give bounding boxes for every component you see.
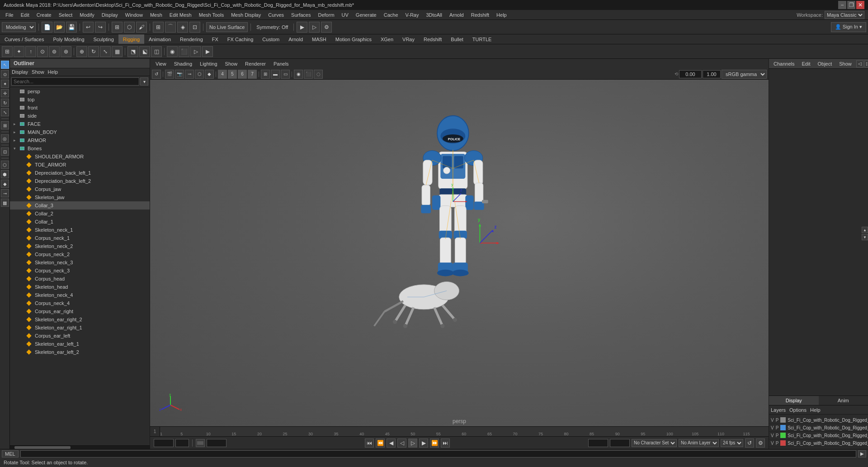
outliner-item-skeleton-ear-right-1[interactable]: Skeleton_ear_right_1 [10,324,150,332]
vp-gamma-select[interactable]: sRGB gamma [722,70,767,79]
channels-tab-object[interactable]: Object [816,61,833,67]
outliner-item-collar-3[interactable]: Collar_3 [10,201,150,210]
outliner-menu-show[interactable]: Show [32,69,44,75]
vp-filmcam-btn[interactable]: 🎬 [165,70,174,79]
snap-curve-btn[interactable]: ⌒ [165,22,176,33]
vp-tex6-btn[interactable]: 6 [238,70,247,79]
menu-item-deform[interactable]: Deform [314,11,338,19]
quick-rig-btn[interactable]: ⬢ [1,170,9,178]
anim-tab[interactable]: Anim [819,396,868,405]
mode-tab-redshift[interactable]: Redshift [419,34,446,44]
outliner-item-shoulder-armor[interactable]: SHOULDER_ARMOR [10,152,150,161]
select-tool-btn[interactable]: ↖ [1,61,9,69]
outliner-item-corpus-head[interactable]: Corpus_head [10,275,150,283]
mode-tab-rigging[interactable]: Rigging [118,34,144,44]
tb2-move-btn[interactable]: ⊕ [76,46,87,57]
vp-menu-panels[interactable]: Panels [270,61,292,67]
mel-label-btn[interactable]: MEL [2,450,19,457]
menu-item-3dtoall[interactable]: 3DtoAll [422,11,445,19]
step-fwd-btn[interactable]: ▶ [419,438,428,448]
outliner-item-skeleton-neck-4[interactable]: Skeleton_neck_4 [10,291,150,299]
mode-dropdown[interactable]: Modeling [2,22,36,32]
mode-tab-sculpting[interactable]: Sculpting [89,34,118,44]
channels-tab-channels[interactable]: Channels [773,61,795,67]
menu-item-mesh-tools[interactable]: Mesh Tools [195,11,227,19]
outliner-item-front[interactable]: front [10,104,150,112]
mode-tab-motion-graphics[interactable]: Motion Graphics [331,34,376,44]
ipr-btn[interactable]: ▷ [309,22,320,33]
mode-tab-poly-modeling[interactable]: Poly Modeling [48,34,89,44]
frame-display[interactable]: 1 [175,439,189,447]
mode-tab-vray[interactable]: VRay [398,34,419,44]
soft-sel-btn[interactable]: ◎ [1,134,9,143]
minimize-button[interactable]: − [838,1,846,9]
outliner-item-bones[interactable]: ▾Bones [10,144,150,152]
mode-tab-fx-caching[interactable]: FX Caching [223,34,258,44]
outliner-item-corpus-neck-1[interactable]: Corpus_neck_1 [10,234,150,242]
tb2-play1-btn[interactable]: ▷ [190,46,201,57]
vp-bone-btn[interactable]: ◆ [205,70,214,79]
expand-arrow[interactable]: ▸ [14,122,18,126]
prev-key-btn[interactable]: ⏪ [376,438,385,448]
tb2-poly1-btn[interactable]: ▦ [112,46,123,57]
layers-menu-options[interactable]: Options [789,407,807,413]
menu-item-mesh[interactable]: Mesh [146,11,166,19]
sign-in-btn[interactable]: 👤 Sign In ▾ [831,22,866,32]
layers-menu-help[interactable]: Help [810,407,821,413]
expand-arrow[interactable]: ▾ [14,146,18,151]
tb2-btn4[interactable]: ⊙ [37,46,48,57]
outliner-item-corpus-neck-4[interactable]: Corpus_neck_4 [10,299,150,307]
save-file-btn[interactable]: 💾 [66,22,77,33]
step-back-btn[interactable]: ◀ [387,438,396,448]
outliner-item-corpus-ear-left[interactable]: Corpus_ear_left [10,332,150,340]
vp-solid5-btn[interactable]: 5 [228,70,237,79]
mel-input[interactable] [20,450,856,457]
layer-visibility[interactable]: V [771,433,774,438]
redo-btn[interactable]: ↪ [95,22,106,33]
mode-tab-curves-surfaces[interactable]: Curves / Surfaces [0,34,48,44]
outliner-item-collar-2[interactable]: Collar_2 [10,210,150,218]
menu-item-edit-mesh[interactable]: Edit Mesh [166,11,195,19]
outliner-item-main-body[interactable]: ▸MAIN_BODY [10,128,150,136]
menu-item-modify[interactable]: Modify [76,11,98,19]
layer-pickable[interactable]: P [776,425,779,430]
vp-display3-btn[interactable]: ◌ [314,70,323,79]
vp-mesh-btn[interactable]: ⬡ [195,70,204,79]
current-frame-input[interactable]: 1 [154,439,174,447]
vp-cam-btn[interactable]: 📷 [175,70,184,79]
layer-item[interactable]: V P Sci_Fi_Cop_with_Robotic_Dog_Rigged_C… [769,432,868,439]
outliner-item-top[interactable]: top [10,95,150,104]
anim-start-field[interactable]: 1 [588,439,608,447]
layers-menu-layers[interactable]: Layers [771,407,786,413]
vp-menu-show[interactable]: Show [222,61,241,67]
outliner-menu-display[interactable]: Display [12,69,28,75]
layer-pickable[interactable]: P [776,418,779,423]
close-button[interactable]: ✕ [856,1,864,9]
menu-item-cache[interactable]: Cache [380,11,402,19]
tb2-vis2-btn[interactable]: ⬛ [179,46,189,57]
menu-item-select[interactable]: Select [55,11,76,19]
next-key-btn[interactable]: ⏩ [430,438,439,448]
tb2-btn1[interactable]: ⊞ [2,46,13,57]
show-manip-btn[interactable]: ⊞ [1,121,9,129]
render-settings-btn[interactable]: ⚙ [321,22,332,33]
menu-item-arnold[interactable]: Arnold [446,11,467,19]
fps-select[interactable]: 24 fps [721,439,743,447]
skin-bind-btn[interactable]: ▦ [1,199,9,207]
vp-film-gate-btn[interactable]: ▬ [271,70,280,79]
tb2-deform3-btn[interactable]: ◫ [151,46,162,57]
outliner-item-collar-1[interactable]: Collar_1 [10,218,150,226]
outliner-item-corpus-ear-right[interactable]: Corpus_ear_right [10,307,150,315]
vp-refresh-btn[interactable]: ↺ [152,70,161,79]
outliner-item-corpus-neck-3[interactable]: Corpus_neck_3 [10,267,150,275]
mel-submit-btn[interactable]: ▶ [858,450,866,457]
restore-button[interactable]: ❐ [847,1,855,9]
open-file-btn[interactable]: 📂 [54,22,65,33]
tb2-btn6[interactable]: ⊛ [61,46,71,57]
render-view-btn[interactable]: ▶ [297,22,307,33]
mode-tab-arnold[interactable]: Arnold [284,34,307,44]
snap-to-projected-btn[interactable]: ⊡ [1,148,9,156]
menu-item-curves[interactable]: Curves [264,11,288,19]
vp-wire4-btn[interactable]: 4 [218,70,227,79]
tb2-scale-btn[interactable]: ⤡ [100,46,111,57]
